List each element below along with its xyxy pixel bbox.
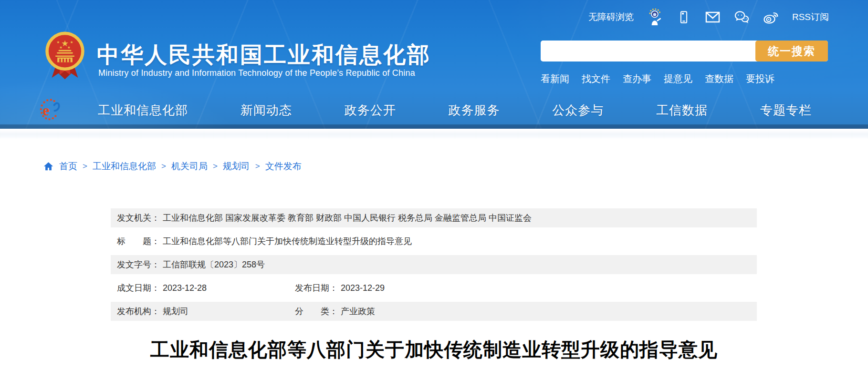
breadcrumb-separator: > <box>161 162 166 171</box>
search-button[interactable]: 统一搜索 <box>755 41 828 62</box>
meta-cell: 成文日期： 2023-12-28 <box>117 282 295 294</box>
meta-value: 工信部联规〔2023〕258号 <box>163 259 265 270</box>
meta-cell: 标 题： 工业和信息化部等八部门关于加快传统制造业转型升级的指导意见 <box>117 236 412 247</box>
meta-value: 产业政策 <box>341 306 375 317</box>
meta-label: 分 类： <box>295 306 338 317</box>
unified-search: 统一搜索 <box>541 41 828 62</box>
nav-item-gov-disclosure[interactable]: 政务公开 <box>345 102 396 119</box>
nav-item-miit-data[interactable]: 工信数据 <box>656 102 708 119</box>
breadcrumb-separator: > <box>255 162 260 171</box>
meta-label: 发文字号： <box>117 259 160 270</box>
meta-value: 2023-12-28 <box>163 283 207 293</box>
accessibility-link[interactable]: 无障碍浏览 <box>588 11 634 23</box>
nav-items: 工业和信息化部 新闻动态 政务公开 政务服务 公众参与 工信数据 专题专栏 <box>98 95 812 125</box>
article-title: 工业和信息化部等八部门关于加快传统制造业转型升级的指导意见 <box>0 337 868 363</box>
quick-link-documents[interactable]: 找文件 <box>582 72 610 85</box>
quick-link-data[interactable]: 查数据 <box>705 72 733 85</box>
home-icon[interactable] <box>43 161 54 172</box>
meta-label: 发文机关： <box>117 212 160 224</box>
sign-language-mascot-icon[interactable] <box>647 9 663 26</box>
meta-label: 成文日期： <box>117 282 160 294</box>
nav-item-special-topics[interactable]: 专题专栏 <box>760 102 812 119</box>
meta-cell: 发布机构： 规划司 <box>117 306 295 317</box>
breadcrumb-planning-dept[interactable]: 规划司 <box>223 160 250 173</box>
breadcrumb-separator: > <box>213 162 218 171</box>
miit-document-page: 无障碍浏览 <box>0 0 868 369</box>
quick-link-news[interactable]: 看新闻 <box>541 72 569 85</box>
meta-row-dates: 成文日期： 2023-12-28 发布日期： 2023-12-29 <box>111 278 757 297</box>
breadcrumb-home[interactable]: 首页 <box>59 160 77 173</box>
nav-item-news[interactable]: 新闻动态 <box>241 102 292 119</box>
rss-link[interactable]: RSS订阅 <box>792 11 829 23</box>
breadcrumb-ministry[interactable]: 工业和信息化部 <box>93 160 156 173</box>
breadcrumb-document-release[interactable]: 文件发布 <box>265 160 302 173</box>
quick-links: 看新闻 找文件 查办事 提意见 查数据 要投诉 <box>541 72 774 85</box>
main-navigation: e 工业和信息化部 新闻动态 政务公开 政务服务 公众参与 工信数据 专题专栏 <box>0 95 868 125</box>
meta-value: 2023-12-29 <box>341 283 385 293</box>
nav-item-participation[interactable]: 公众参与 <box>552 102 604 119</box>
quick-link-feedback[interactable]: 提意见 <box>664 72 692 85</box>
meta-row-issuing-authority: 发文机关： 工业和信息化部 国家发展改革委 教育部 财政部 中国人民银行 税务总… <box>111 208 757 227</box>
national-emblem-logo: ★ ★ ★ ★ ★ <box>45 31 85 80</box>
nav-item-gov-services[interactable]: 政务服务 <box>448 102 500 119</box>
site-subtitle-english: Ministry of Industry and Information Tec… <box>98 68 415 78</box>
meta-cell: 发布日期： 2023-12-29 <box>295 282 385 294</box>
svg-text:★: ★ <box>57 40 60 44</box>
meta-value: 工业和信息化部 国家发展改革委 教育部 财政部 中国人民银行 税务总局 金融监管… <box>163 212 532 224</box>
meta-cell: 分 类： 产业政策 <box>295 306 375 317</box>
meta-cell: 发文机关： 工业和信息化部 国家发展改革委 教育部 财政部 中国人民银行 税务总… <box>117 212 532 224</box>
meta-row-title: 标 题： 工业和信息化部等八部门关于加快传统制造业转型升级的指导意见 <box>111 232 757 251</box>
nav-bottom-shade <box>0 124 868 129</box>
quick-link-services[interactable]: 查办事 <box>623 72 651 85</box>
nav-item-ministry[interactable]: 工业和信息化部 <box>98 102 188 119</box>
miit-e-logo-icon: e <box>39 98 60 121</box>
mail-icon[interactable] <box>705 9 721 26</box>
meta-row-publisher-category: 发布机构： 规划司 分 类： 产业政策 <box>111 302 757 321</box>
breadcrumb: 首页 > 工业和信息化部 > 机关司局 > 规划司 > 文件发布 <box>43 160 302 173</box>
svg-text:e: e <box>43 102 50 119</box>
meta-cell: 发文字号： 工信部联规〔2023〕258号 <box>117 259 265 270</box>
svg-text:★: ★ <box>59 45 63 50</box>
quick-link-complaint[interactable]: 要投诉 <box>746 72 774 85</box>
weibo-icon[interactable] <box>763 9 779 26</box>
svg-text:★: ★ <box>70 40 73 44</box>
breadcrumb-separator: > <box>83 162 87 171</box>
site-header: 无障碍浏览 <box>0 0 868 129</box>
site-title[interactable]: 中华人民共和国工业和信息化部 <box>97 40 431 70</box>
meta-value: 规划司 <box>163 306 188 317</box>
header-shadow-strip <box>0 130 868 139</box>
meta-row-document-number: 发文字号： 工信部联规〔2023〕258号 <box>111 255 757 274</box>
document-meta-table: 发文机关： 工业和信息化部 国家发展改革委 教育部 财政部 中国人民银行 税务总… <box>111 208 757 325</box>
breadcrumb-departments[interactable]: 机关司局 <box>171 160 208 173</box>
utility-topbar: 无障碍浏览 <box>588 8 829 27</box>
svg-text:★: ★ <box>67 45 71 50</box>
mobile-icon[interactable] <box>676 9 692 26</box>
meta-value: 工业和信息化部等八部门关于加快传统制造业转型升级的指导意见 <box>163 236 412 247</box>
meta-label: 发布机构： <box>117 306 160 317</box>
meta-label: 标 题： <box>117 236 160 247</box>
wechat-icon[interactable] <box>734 9 750 26</box>
meta-label: 发布日期： <box>295 282 338 294</box>
